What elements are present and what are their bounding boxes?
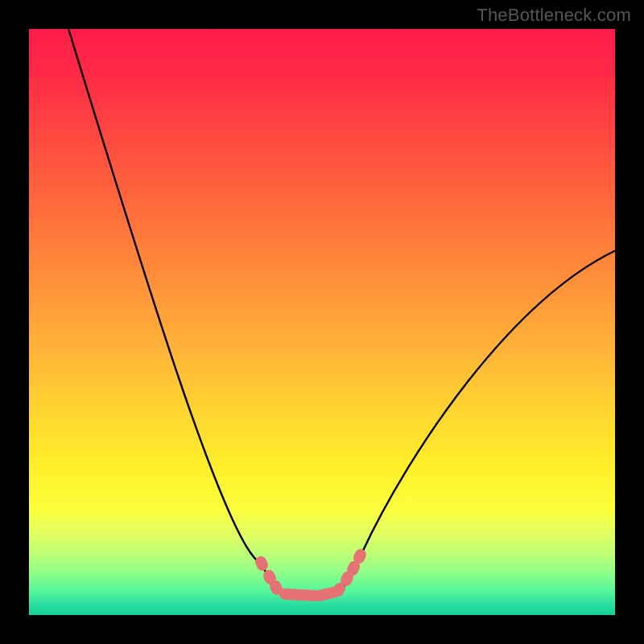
overlay-dots — [261, 555, 361, 596]
dot-6 — [338, 588, 340, 591]
chart-svg — [29, 29, 615, 615]
dot-3 — [275, 586, 277, 589]
chart-frame: TheBottleneck.com — [0, 0, 644, 644]
dot-7 — [346, 577, 348, 580]
watermark-text: TheBottleneck.com — [477, 5, 631, 26]
dot-5 — [319, 592, 333, 596]
dot-2 — [269, 576, 270, 579]
dot-1 — [261, 562, 262, 565]
dot-9 — [359, 555, 361, 558]
main-curve — [64, 29, 615, 597]
dot-4 — [285, 594, 315, 596]
plot-area — [29, 29, 615, 615]
dot-8 — [353, 567, 354, 570]
